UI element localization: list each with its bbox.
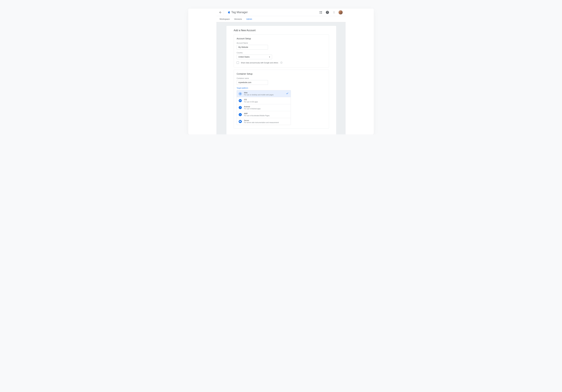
platform-ios[interactable]: iOS iOS For use in iOS apps — [237, 97, 291, 104]
share-data-row: Share data anonymously with Google and o… — [237, 61, 326, 64]
logo-block: Tag Manager — [224, 11, 248, 14]
country-field: Country United States ▼ — [237, 52, 326, 59]
input-container-name[interactable] — [237, 80, 268, 85]
container-setup-section: Container Setup Container name Target pl… — [234, 70, 329, 128]
check-icon — [286, 92, 289, 95]
app-title: Tag Manager — [231, 11, 248, 14]
platform-desc: For use in Android apps — [244, 108, 261, 110]
svg-rect-6 — [320, 13, 320, 13]
tab-workspace[interactable]: Workspace — [220, 18, 230, 20]
apps-button[interactable] — [319, 10, 323, 15]
select-country[interactable]: United States ▼ — [237, 55, 272, 59]
svg-point-8 — [334, 11, 334, 12]
help-button[interactable]: ? — [325, 10, 330, 15]
server-icon — [239, 120, 242, 123]
platform-name: Server — [244, 119, 279, 122]
tab-versions[interactable]: Versions — [234, 18, 242, 20]
platform-name: AMP — [244, 112, 269, 115]
web-icon — [239, 92, 242, 95]
help-icon: ? — [326, 11, 329, 14]
platform-desc: For use in Accelerated Mobile Pages — [244, 115, 269, 117]
back-button[interactable] — [217, 9, 224, 15]
checkbox-share-data[interactable] — [237, 61, 239, 64]
more-vert-icon — [333, 11, 335, 14]
android-icon — [239, 106, 242, 109]
platform-desc: For use on desktop and mobile web pages — [244, 94, 273, 96]
header-actions: ? — [319, 10, 343, 15]
platform-name: iOS — [244, 98, 258, 101]
arrow-left-icon — [219, 11, 222, 14]
svg-rect-5 — [321, 11, 322, 12]
input-account-name[interactable] — [237, 45, 268, 49]
select-country-value: United States — [238, 56, 250, 58]
apps-grid-icon — [320, 11, 322, 14]
help-icon[interactable]: ? — [280, 62, 282, 64]
platform-server[interactable]: Server For server-side instrumentation a… — [237, 118, 291, 125]
container-name-field: Container name — [237, 77, 326, 85]
platform-amp[interactable]: AMP For use in Accelerated Mobile Pages — [237, 111, 291, 118]
platform-android[interactable]: Android For use in Android apps — [237, 104, 291, 111]
app-header: Tag Manager ? — [216, 9, 346, 16]
main-card: Add a New Account Account Setup Account … — [226, 26, 336, 134]
tagmanager-logo-icon — [226, 11, 230, 14]
page-heading: Add a New Account — [234, 29, 329, 32]
svg-point-3 — [228, 13, 229, 14]
label-account-name: Account Name — [237, 42, 326, 44]
app-frame: Tag Manager ? — [188, 9, 374, 134]
svg-rect-7 — [321, 13, 322, 13]
more-button[interactable] — [332, 10, 336, 15]
body-shell: Add a New Account Account Setup Account … — [216, 22, 346, 134]
chevron-down-icon: ▼ — [269, 56, 270, 58]
platform-name: Web — [244, 92, 273, 94]
label-target-platform: Target platform — [237, 87, 326, 89]
account-setup-section: Account Setup Account Name Country Unite… — [234, 34, 329, 68]
amp-icon — [239, 113, 242, 116]
svg-point-10 — [334, 13, 334, 13]
platform-name: Android — [244, 105, 261, 108]
tab-row: Workspace Versions Admin — [216, 16, 346, 22]
platform-desc: For use in iOS apps — [244, 101, 258, 103]
svg-point-9 — [334, 12, 334, 12]
account-name-field: Account Name — [237, 42, 326, 49]
user-avatar[interactable] — [338, 10, 343, 15]
ios-icon: iOS — [239, 99, 242, 102]
tab-admin[interactable]: Admin — [246, 18, 252, 20]
label-container-name: Container name — [237, 77, 326, 79]
platform-list: Web For use on desktop and mobile web pa… — [237, 90, 291, 125]
svg-rect-4 — [320, 11, 320, 12]
section-title-container: Container Setup — [237, 73, 326, 75]
label-country: Country — [237, 52, 326, 54]
label-share-data: Share data anonymously with Google and o… — [241, 62, 278, 64]
platform-web[interactable]: Web For use on desktop and mobile web pa… — [237, 90, 291, 97]
platform-desc: For server-side instrumentation and meas… — [244, 122, 279, 124]
section-title-account: Account Setup — [237, 37, 326, 40]
